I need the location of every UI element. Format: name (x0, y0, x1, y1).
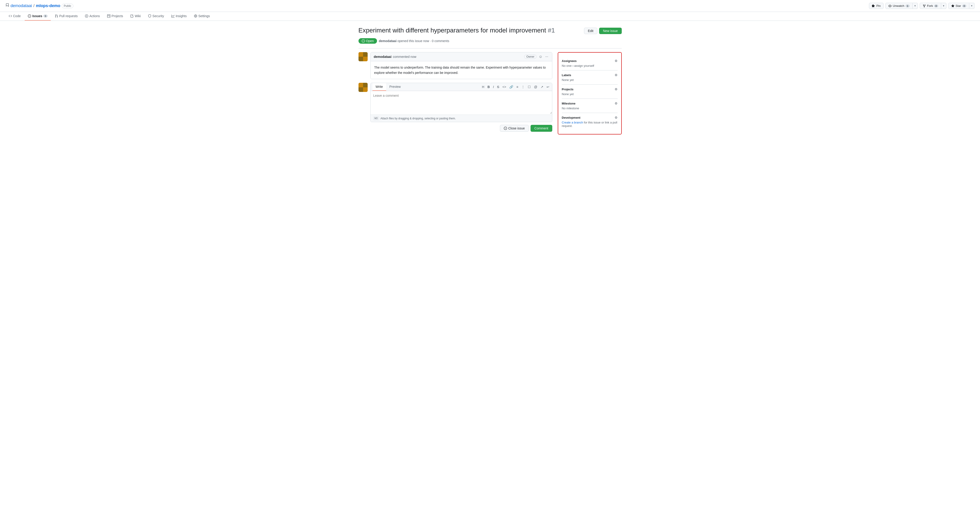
development-label: Development (562, 116, 581, 120)
attach-text: Attach files by dragging & dropping, sel… (380, 117, 456, 120)
tab-insights[interactable]: Insights (168, 12, 190, 21)
ordered-list-icon[interactable]: ⋮ (520, 84, 525, 89)
tab-code[interactable]: Code (5, 12, 24, 21)
tab-settings[interactable]: Settings (191, 12, 213, 21)
projects-label: Projects (562, 88, 574, 91)
repo-icon (5, 3, 9, 8)
close-circle-icon (504, 127, 507, 130)
issues-badge: 1 (43, 14, 48, 18)
tab-wiki[interactable]: Wiki (127, 12, 144, 21)
projects-icon (107, 14, 110, 18)
issue-header-actions: Edit New issue (584, 28, 622, 34)
repo-owner-link[interactable]: demodataai (11, 3, 32, 8)
comment-textarea[interactable] (371, 91, 552, 114)
repo-title: demodataai / mlops-demo Public (5, 3, 73, 8)
main-container: Experiment with different hyperparameter… (353, 21, 627, 140)
comment-button[interactable]: Comment (531, 125, 552, 132)
comment-time: commented now (393, 55, 416, 59)
top-actions: Pin Unwatch 1 ▾ Fork 0 ▾ (869, 3, 975, 9)
issue-title: Experiment with different hyperparameter… (358, 26, 581, 35)
assignees-section: Assignees ⚙ No one—assign yourself (562, 56, 617, 70)
reply-footer: MD Attach files by dragging & dropping, … (371, 115, 552, 122)
close-issue-button[interactable]: Close issue (500, 125, 528, 132)
development-value: Create a branch for this issue or link a… (562, 121, 617, 128)
repo-name-link[interactable]: mlops-demo (36, 3, 60, 8)
reply-tab-group: Write Preview (372, 83, 404, 91)
write-tab[interactable]: Write (372, 83, 386, 91)
content-main: demodataai commented now Owner ☺ ··· The… (358, 52, 552, 134)
comment-row: demodataai commented now Owner ☺ ··· The… (358, 52, 552, 79)
development-gear[interactable]: ⚙ (615, 116, 617, 120)
content-sidebar: Assignees ⚙ No one—assign yourself Label… (558, 52, 622, 134)
star-btn-group: Star 0 ▾ (948, 3, 975, 9)
content-layout: demodataai commented now Owner ☺ ··· The… (358, 52, 622, 134)
projects-section: Projects ⚙ None yet (562, 85, 617, 99)
assignees-header: Assignees ⚙ (562, 59, 617, 63)
mention-icon[interactable]: @ (533, 84, 538, 89)
tab-issues[interactable]: Issues 1 (25, 12, 51, 21)
link-icon[interactable]: 🔗 (508, 84, 514, 89)
edit-button[interactable]: Edit (584, 28, 597, 34)
issue-meta-detail: opened this issue now · 0 comments (397, 39, 449, 43)
milestone-header: Milestone ⚙ (562, 102, 617, 105)
assignees-gear[interactable]: ⚙ (615, 59, 617, 63)
fork-label: Fork (927, 4, 933, 8)
preview-tab[interactable]: Preview (386, 83, 404, 91)
strikethrough-icon[interactable]: S (496, 84, 500, 89)
unordered-list-icon[interactable]: ≡ (515, 84, 519, 89)
create-branch-link[interactable]: Create a branch (562, 121, 583, 124)
pr-icon (55, 14, 58, 18)
unwatch-caret-button[interactable]: ▾ (913, 3, 918, 9)
tab-pull-requests[interactable]: Pull requests (52, 12, 81, 21)
ref-icon[interactable]: ↗ (540, 84, 544, 89)
code-icon (9, 14, 12, 18)
italic-icon[interactable]: I (492, 84, 495, 89)
labels-section: Labels ⚙ None yet (562, 70, 617, 85)
fork-button[interactable]: Fork 0 (920, 3, 941, 9)
unwatch-count: 1 (905, 5, 910, 7)
fork-caret-button[interactable]: ▾ (941, 3, 947, 9)
comment-thread: demodataai commented now Owner ☺ ··· The… (358, 52, 552, 132)
fork-icon (923, 4, 926, 8)
tab-security[interactable]: Security (145, 12, 167, 21)
milestone-label: Milestone (562, 102, 576, 105)
reply-tabs: Write Preview H B I S <> 🔗 (371, 83, 552, 91)
star-caret-button[interactable]: ▾ (969, 3, 975, 9)
tab-actions[interactable]: Actions (82, 12, 103, 21)
issue-author-link[interactable]: demodataai (379, 39, 397, 43)
task-list-icon[interactable]: ☐ (527, 84, 532, 89)
pin-button[interactable]: Pin (869, 3, 884, 9)
development-section: Development ⚙ Create a branch for this i… (562, 113, 617, 130)
emoji-button[interactable]: ☺ (538, 54, 543, 59)
close-issue-label: Close issue (508, 126, 525, 130)
markdown-icon: MD (373, 116, 379, 120)
visibility-badge: Public (62, 4, 73, 8)
unwatch-btn-group: Unwatch 1 ▾ (885, 3, 918, 9)
projects-header: Projects ⚙ (562, 87, 617, 91)
projects-gear[interactable]: ⚙ (615, 87, 617, 91)
labels-label: Labels (562, 73, 571, 77)
labels-gear[interactable]: ⚙ (615, 73, 617, 77)
undo-icon[interactable]: ↩ (546, 84, 550, 89)
security-icon (148, 14, 151, 18)
code-inline-icon[interactable]: <> (501, 84, 507, 89)
heading-icon[interactable]: H (481, 84, 485, 89)
more-options-button[interactable]: ··· (545, 54, 549, 59)
milestone-gear[interactable]: ⚙ (615, 102, 617, 105)
pin-label: Pin (876, 4, 881, 8)
settings-icon (194, 14, 197, 18)
milestone-value: No milestone (562, 107, 617, 110)
comment-header-right: Owner ☺ ··· (524, 54, 549, 59)
reply-row: Write Preview H B I S <> 🔗 (358, 83, 552, 132)
unwatch-button[interactable]: Unwatch 1 (885, 3, 913, 9)
bold-icon[interactable]: B (487, 84, 491, 89)
reply-box: Write Preview H B I S <> 🔗 (371, 83, 552, 122)
tab-projects[interactable]: Projects (104, 12, 126, 21)
assignees-value: No one—assign yourself (562, 64, 617, 67)
reply-container: Write Preview H B I S <> 🔗 (371, 83, 552, 132)
labels-value: None yet (562, 78, 617, 81)
issue-number: #1 (548, 27, 555, 34)
reply-avatar (358, 83, 368, 92)
star-button[interactable]: Star 0 (948, 3, 969, 9)
new-issue-button[interactable]: New issue (599, 28, 622, 34)
